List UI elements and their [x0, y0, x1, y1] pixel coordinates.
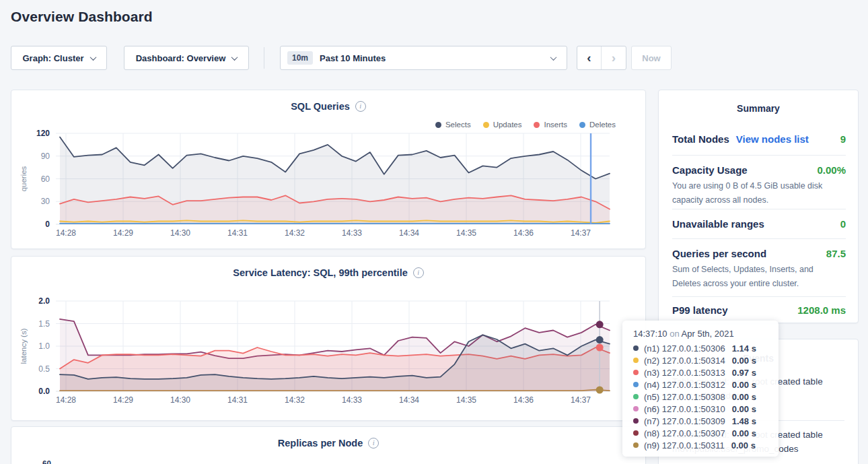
- legend-label: Deletes: [589, 121, 616, 129]
- tooltip-timestamp: 14:37:10 on Apr 5th, 2021: [633, 329, 769, 339]
- node-color-dot-icon: [633, 382, 639, 387]
- capacity-usage-label: Capacity Usage: [672, 164, 748, 176]
- svg-text:14:28: 14:28: [56, 395, 76, 405]
- svg-text:14:37: 14:37: [571, 228, 591, 238]
- tooltip-node-row: (n2) 127.0.0.1:503140.00 s: [633, 354, 769, 366]
- replicas-per-node-card: Replicas per Node i: [11, 426, 646, 464]
- time-forward-button[interactable]: ›: [602, 46, 626, 69]
- queries-per-second-label: Queries per second: [672, 248, 766, 259]
- summary-title: Summary: [659, 103, 858, 114]
- svg-text:2.0: 2.0: [38, 296, 50, 306]
- node-address: (n7) 127.0.0.1:50309: [644, 416, 725, 426]
- svg-text:queries: queries: [20, 166, 28, 191]
- node-color-dot-icon: [633, 442, 639, 448]
- tooltip-date: Apr 5th, 2021: [682, 329, 734, 339]
- legend-item-inserts[interactable]: Inserts: [534, 121, 567, 129]
- tooltip-on-word: on: [670, 329, 679, 339]
- node-address: (n2) 127.0.0.1:50314: [644, 356, 725, 366]
- node-latency-value: 1.14 s: [732, 343, 756, 354]
- info-icon[interactable]: i: [368, 438, 379, 449]
- svg-text:14:31: 14:31: [227, 395, 248, 405]
- legend-item-selects[interactable]: Selects: [435, 121, 471, 129]
- chevron-down-icon: [89, 54, 96, 61]
- tooltip-node-row: (n1) 127.0.0.1:503061.14 s: [633, 342, 769, 354]
- node-address: (n1) 127.0.0.1:50306: [644, 343, 725, 354]
- tooltip-node-row: (n8) 127.0.0.1:503070.00 s: [633, 427, 769, 439]
- p99-latency-label: P99 latency: [672, 304, 728, 316]
- capacity-usage-row: Capacity Usage 0.00%: [672, 164, 846, 176]
- node-address: (n4) 127.0.0.1:50312: [644, 380, 725, 390]
- legend-dot-icon: [435, 122, 441, 128]
- now-button-label: Now: [642, 53, 660, 63]
- replicas-per-node-title: Replicas per Node: [278, 438, 363, 449]
- unavailable-ranges-label: Unavailable ranges: [672, 218, 764, 230]
- overview-dashboard-page: { "page": { "title": "Overview Dashboard…: [0, 0, 868, 464]
- total-nodes-label: Total Nodes: [672, 133, 729, 145]
- dashboard-dropdown[interactable]: Dashboard: Overview: [124, 46, 249, 70]
- service-latency-chart[interactable]: 14:2814:2914:3014:3114:3214:3314:3414:35…: [11, 257, 647, 422]
- graph-dropdown[interactable]: Graph: Cluster: [11, 46, 107, 70]
- sql-queries-card: SQL Queries i SelectsUpdatesInsertsDelet…: [11, 90, 646, 249]
- dashboard-dropdown-label: Dashboard: Overview: [136, 53, 226, 63]
- node-latency-value: 0.00 s: [732, 356, 756, 366]
- svg-text:1.0: 1.0: [38, 341, 50, 351]
- node-address: (n6) 127.0.0.1:50310: [644, 404, 725, 414]
- time-range-selector[interactable]: 10m Past 10 Minutes: [280, 46, 567, 70]
- now-button[interactable]: Now: [631, 46, 672, 70]
- svg-text:14:28: 14:28: [56, 228, 76, 238]
- svg-text:14:37: 14:37: [571, 395, 591, 405]
- sql-queries-legend: SelectsUpdatesInsertsDeletes: [435, 121, 616, 129]
- tooltip-node-rows: (n1) 127.0.0.1:503061.14 s(n2) 127.0.0.1…: [633, 342, 769, 451]
- capacity-usage-value: 0.00%: [817, 164, 846, 176]
- legend-label: Inserts: [544, 121, 567, 129]
- svg-text:0: 0: [45, 220, 50, 229]
- chevron-down-icon: [550, 54, 557, 61]
- divider: [672, 155, 846, 156]
- node-latency-value: 0.97 s: [732, 368, 756, 378]
- time-nav-group: ‹ ›: [577, 46, 626, 70]
- legend-dot-icon: [579, 122, 585, 128]
- info-icon[interactable]: i: [355, 101, 366, 112]
- svg-text:14:35: 14:35: [456, 395, 476, 405]
- legend-item-deletes[interactable]: Deletes: [579, 121, 616, 129]
- queries-per-second-desc: Sum of Selects, Updates, Inserts, and De…: [672, 263, 842, 291]
- node-latency-value: 1.48 s: [732, 416, 756, 426]
- tooltip-node-row: (n7) 127.0.0.1:503091.48 s: [633, 415, 769, 427]
- svg-text:14:30: 14:30: [170, 228, 190, 238]
- summary-panel: Summary Total Nodes View nodes list 9 Ca…: [658, 90, 859, 323]
- svg-text:14:31: 14:31: [227, 228, 248, 238]
- service-latency-title: Service Latency: SQL, 99th percentile: [233, 267, 408, 278]
- sql-queries-chart[interactable]: 14:2814:2914:3014:3114:3214:3314:3414:35…: [11, 90, 647, 250]
- svg-text:1.5: 1.5: [38, 319, 50, 329]
- node-address: (n3) 127.0.0.1:50313: [644, 368, 725, 378]
- info-icon[interactable]: i: [413, 267, 424, 278]
- node-address: (n5) 127.0.0.1:50308: [644, 392, 725, 402]
- tooltip-node-row: (n5) 127.0.0.1:503080.00 s: [633, 391, 769, 403]
- node-color-dot-icon: [633, 345, 639, 351]
- time-back-button[interactable]: ‹: [577, 46, 602, 69]
- svg-text:30: 30: [41, 197, 50, 206]
- svg-text:14:30: 14:30: [170, 395, 190, 405]
- node-latency-value: 0.00 s: [732, 428, 756, 438]
- view-nodes-list-link[interactable]: View nodes list: [736, 133, 809, 145]
- svg-text:120: 120: [36, 129, 50, 138]
- chevron-down-icon: [231, 54, 238, 61]
- svg-text:14:33: 14:33: [342, 228, 362, 238]
- tooltip-node-row: (n6) 127.0.0.1:503100.00 s: [633, 403, 769, 415]
- tooltip-time: 14:37:10: [633, 329, 667, 339]
- replicas-axis-partial-tick: 60: [42, 459, 51, 464]
- svg-text:14:36: 14:36: [513, 228, 534, 238]
- legend-label: Selects: [445, 121, 471, 129]
- tooltip-node-row: (n9) 127.0.0.1:503110.00 s: [633, 439, 769, 451]
- legend-dot-icon: [483, 122, 489, 128]
- legend-item-updates[interactable]: Updates: [483, 121, 522, 129]
- svg-text:14:33: 14:33: [342, 395, 362, 405]
- svg-text:latency (s): latency (s): [20, 328, 28, 364]
- node-color-dot-icon: [633, 394, 639, 399]
- node-latency-value: 0.00 s: [732, 404, 756, 414]
- svg-text:0.5: 0.5: [38, 364, 50, 374]
- unavailable-ranges-value: 0: [840, 218, 846, 230]
- node-color-dot-icon: [633, 370, 639, 375]
- page-title: Overview Dashboard: [11, 9, 153, 25]
- sql-queries-title: SQL Queries: [291, 101, 350, 112]
